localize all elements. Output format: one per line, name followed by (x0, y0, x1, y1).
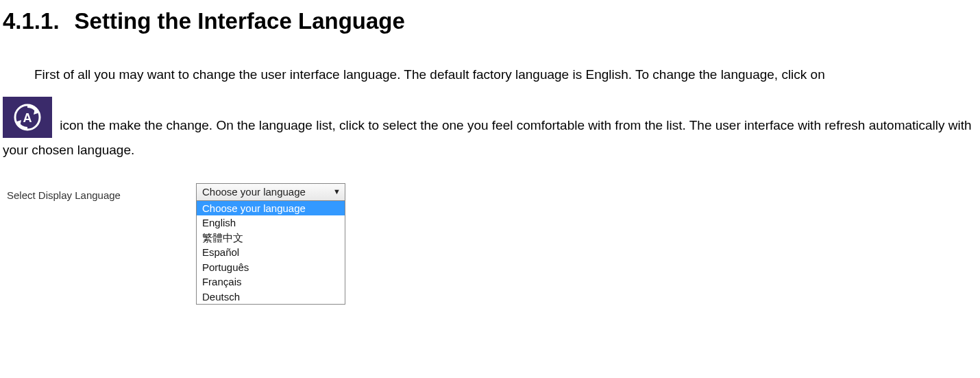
section-heading: 4.1.1. Setting the Interface Language (3, 0, 977, 43)
paragraph-intro: First of all you may want to change the … (3, 62, 977, 87)
language-select-wrap: Choose your language ▼ Choose your langu… (196, 183, 345, 305)
section-title: Setting the Interface Language (75, 0, 405, 43)
chevron-down-icon: ▼ (333, 185, 341, 199)
language-select-label: Select Display Language (7, 183, 121, 206)
paragraph-with-icon: A icon the make the change. On the langu… (3, 97, 977, 163)
language-option[interactable]: Español (197, 245, 345, 260)
language-selector-panel: Select Display Language Choose your lang… (3, 183, 977, 305)
paragraph-after-icon: icon the make the change. On the languag… (3, 118, 972, 157)
refresh-language-icon: A (3, 97, 52, 138)
language-option[interactable]: Deutsch (197, 290, 345, 305)
section-number: 4.1.1. (3, 0, 60, 43)
language-option[interactable]: Français (197, 274, 345, 290)
language-select[interactable]: Choose your language ▼ (196, 183, 345, 201)
language-select-value: Choose your language (202, 182, 306, 202)
language-option[interactable]: Português (197, 260, 345, 275)
svg-text:A: A (23, 111, 32, 125)
language-select-dropdown: Choose your language English 繁體中文 Españo… (196, 201, 345, 305)
language-option[interactable]: 繁體中文 (197, 231, 345, 246)
language-option[interactable]: English (197, 215, 345, 231)
language-option[interactable]: Choose your language (197, 201, 345, 216)
